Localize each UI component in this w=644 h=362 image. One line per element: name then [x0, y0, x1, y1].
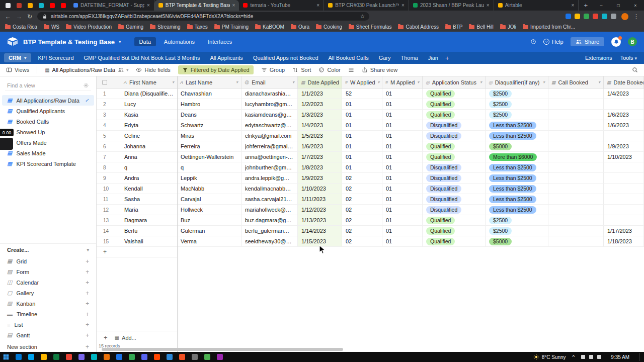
tab-close-icon[interactable]: ×	[487, 3, 490, 8]
cell-status[interactable]: Disqualified	[423, 173, 486, 183]
cell-date_applied[interactable]: 1/13/2023	[298, 215, 342, 225]
tab-interfaces[interactable]: Interfaces	[203, 37, 237, 46]
cell-booked[interactable]: 1/17/2023	[604, 226, 644, 236]
cell-m[interactable]: 01	[382, 99, 423, 109]
sidebar-view-item[interactable]: ▦All Applications/Raw Data✓	[2, 95, 94, 106]
column-header-date_applied[interactable]: ▦Date Applied▾	[298, 76, 342, 88]
cell-m[interactable]: 01	[382, 120, 423, 130]
chevron-down-icon[interactable]: ▾	[172, 80, 174, 84]
cell-w[interactable]: 01	[342, 120, 382, 130]
cell-w[interactable]: 02	[342, 236, 382, 246]
cell-first[interactable]: Celine	[121, 131, 177, 141]
cell-w[interactable]: 02	[342, 205, 382, 215]
browser-tab[interactable]: DATETIME_FORMAT - Supported For×	[69, 0, 154, 11]
view-tab[interactable]: GMP Qualified But Did Not Book Last 3 Mo…	[84, 55, 200, 61]
cell-disq[interactable]: $2500	[486, 110, 548, 120]
cell-w[interactable]: 52	[342, 88, 382, 99]
chevron-down-icon[interactable]: ▾	[480, 80, 482, 84]
bookmark-item[interactable]: Costa Rica	[5, 24, 37, 30]
taskbar-app-icon[interactable]	[53, 354, 59, 360]
table-row[interactable]: 5CelineMirasclnkya@gmail.com1/5/20230101…	[97, 131, 644, 141]
base-title[interactable]: BTP Template & Testing Base	[23, 38, 115, 46]
bookmark-item[interactable]: PM Training	[214, 24, 249, 30]
pinned-tab[interactable]	[37, 2, 45, 10]
taskbar-app-icon[interactable]	[116, 354, 122, 360]
cell-status[interactable]: Qualified	[423, 152, 486, 162]
pinned-tab[interactable]	[48, 2, 56, 10]
views-toggle-button[interactable]: Views	[6, 67, 29, 73]
bookmark-item[interactable]: WS	[44, 24, 59, 30]
airtable-logo[interactable]	[7, 37, 19, 47]
plus-icon[interactable]: +	[86, 332, 89, 339]
create-gantt-item[interactable]: ▤Gantt+	[0, 330, 96, 340]
cell-status[interactable]: Disqualified	[423, 194, 486, 204]
table-row[interactable]: 4EdytaSchwartzedytaschwartz@gmail.com1/4…	[97, 120, 644, 131]
recording-thumbnail[interactable]	[0, 138, 13, 150]
table-row[interactable]: 2LucyHambrolucyhambro@gmail.com1/2/20230…	[97, 99, 644, 110]
table-row[interactable]: 6JohannaFerreirajohferreira@gmail.com1/6…	[97, 141, 644, 152]
cell-status[interactable]: Qualified	[423, 99, 486, 109]
filter-button[interactable]: Filtered by Date Applied	[178, 65, 254, 74]
cell-w[interactable]: 02	[342, 184, 382, 194]
cell-disq[interactable]: $2500	[486, 226, 548, 236]
row-number-cell[interactable]: 14	[97, 226, 121, 236]
cell-m[interactable]: 01	[382, 162, 423, 172]
browser-tab[interactable]: terraria - YouTube×	[239, 0, 324, 11]
cell-date_applied[interactable]: 1/14/2023	[298, 226, 342, 236]
history-icon[interactable]	[530, 39, 536, 45]
pinned-tab[interactable]	[15, 2, 23, 10]
browser-profile-avatar[interactable]	[621, 13, 628, 20]
bookmark-item[interactable]: Imported from Chr...	[523, 24, 575, 30]
user-avatar[interactable]: B	[628, 37, 637, 46]
table-row[interactable]: 15VaishaliVermaseektheway30@gmail.com1/1…	[97, 236, 644, 247]
select-all-checkbox[interactable]	[102, 80, 107, 85]
view-tab[interactable]: Gary	[379, 55, 391, 61]
view-tab[interactable]: All Applicants	[210, 55, 243, 61]
extension-icon[interactable]	[593, 14, 598, 19]
cell-email[interactable]: buz.dagmara@gmail.com	[242, 215, 298, 225]
sidebar-view-item[interactable]: ▦Booked Calls	[0, 116, 96, 127]
view-settings-gear-icon[interactable]	[83, 82, 89, 88]
column-header-status[interactable]: ◎Application Status▾	[423, 76, 486, 88]
cell-w[interactable]: 01	[342, 131, 382, 141]
cell-date_applied[interactable]: 1/4/2023	[298, 120, 342, 130]
create-form-item[interactable]: ▤Form+	[0, 266, 96, 277]
plus-icon[interactable]: +	[86, 311, 89, 318]
column-header-w[interactable]: #W Applied▾	[342, 76, 382, 88]
cell-m[interactable]: 01	[382, 173, 423, 183]
cell-first[interactable]: Kasia	[121, 110, 177, 120]
cell-date_applied[interactable]: 1/3/2023	[298, 110, 342, 120]
table-row[interactable]: 8qqjohnburther@gmail.com1/8/20230101Disq…	[97, 162, 644, 173]
table-row[interactable]: 11SashaCarvajalsasha.carvajal21@gmail.co…	[97, 194, 644, 205]
cell-date_applied[interactable]: 1/6/2023	[298, 141, 342, 151]
view-tab[interactable]: KPI Scorecard	[38, 55, 74, 61]
back-button[interactable]: ←	[5, 14, 11, 20]
tab-close-icon[interactable]: ×	[316, 3, 319, 8]
browser-tab[interactable]: 2023 Shaan / BBP Peak Launch™ KPI×	[409, 0, 494, 11]
cell-email[interactable]: sasha.carvajal21@gmail.com	[242, 194, 298, 204]
tab-close-icon[interactable]: ×	[572, 3, 575, 8]
row-number-cell[interactable]: 5	[97, 131, 121, 141]
cell-w[interactable]: 02	[342, 194, 382, 204]
row-number-cell[interactable]: 8	[97, 162, 121, 172]
cell-w[interactable]: 01	[342, 141, 382, 151]
table-row[interactable]: 12MariaHollweckmariahollweck@gmail.com1/…	[97, 205, 644, 215]
cell-call[interactable]	[548, 141, 604, 151]
cell-m[interactable]: 01	[382, 152, 423, 162]
frozen-column-separator[interactable]	[177, 76, 178, 352]
extension-icon[interactable]	[584, 14, 589, 19]
hide-fields-button[interactable]: Hide fields	[136, 67, 170, 73]
bookmark-item[interactable]: Sheet Formulas	[349, 24, 392, 30]
cell-date_applied[interactable]: 1/8/2023	[298, 162, 342, 172]
pinned-tab[interactable]	[26, 2, 34, 10]
browser-menu-icon[interactable]: ⋮	[633, 13, 639, 20]
row-height-button[interactable]	[348, 67, 354, 73]
taskbar-app-icon[interactable]	[78, 354, 85, 360]
cell-m[interactable]: 01	[382, 110, 423, 120]
cell-email[interactable]: dianachavrashian@gmail.c...	[242, 88, 298, 99]
cell-booked[interactable]: 1/4/2023	[604, 88, 644, 99]
cell-disq[interactable]: Less than $2500	[486, 194, 548, 204]
row-number-cell[interactable]: 12	[97, 205, 121, 215]
cell-booked[interactable]	[604, 184, 644, 194]
cell-first[interactable]: Andra	[121, 173, 177, 183]
